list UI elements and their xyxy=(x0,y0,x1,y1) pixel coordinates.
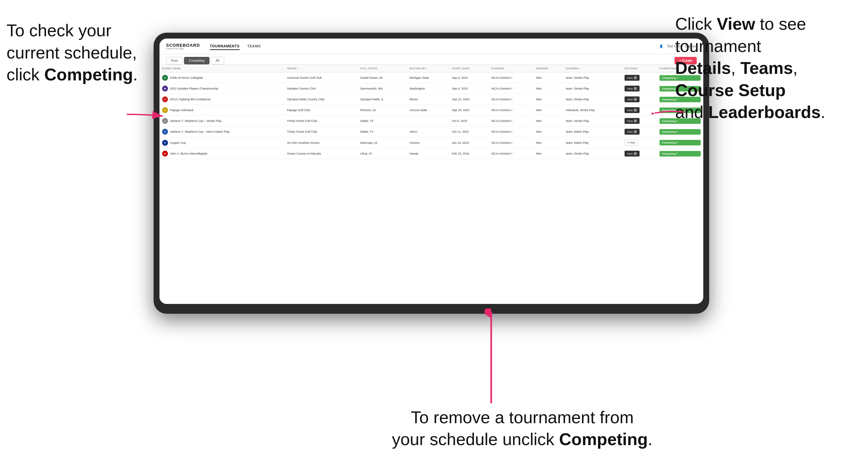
event-name: Folds of Honor Collegiate xyxy=(170,76,203,80)
venue-cell: Trinity Forest Golf Club xyxy=(284,126,358,137)
team-logo: H xyxy=(162,151,168,157)
table-header-row: EVENT NAME VENUE CITY, STATE HOSTED BY S… xyxy=(159,65,703,72)
col-actions: ACTIONS xyxy=(622,65,657,72)
event-name-cell: JJackson T. Stephens Cup – Stroke Play xyxy=(159,116,284,126)
scoreboard-powered: Powered by clippi xyxy=(166,48,200,50)
gender-cell: Men xyxy=(533,105,563,116)
view-button[interactable]: View i xyxy=(624,75,640,81)
city-state-cell: Sammamish, WA xyxy=(358,83,407,94)
actions-cell: View i xyxy=(622,94,657,105)
start-date-cell: Sep 18, 2023 xyxy=(450,105,489,116)
event-name: Jackson T. Stephens Cup – Men's Match Pl… xyxy=(170,130,230,133)
nav-items: TOURNAMENTS TEAMS xyxy=(210,43,659,50)
competing-cell: Competing ✓ xyxy=(657,148,704,159)
event-name-cell: IOFCC Fighting Illini Invitational xyxy=(159,94,284,105)
arrow-to-competing-tab xyxy=(127,106,169,123)
tablet-screen: SCOREBOARD Powered by clippi TOURNAMENTS… xyxy=(159,38,703,304)
annotation-bottom: To remove a tournament fromyour schedule… xyxy=(375,407,669,451)
city-state-cell: Grand Haven, MI xyxy=(358,72,407,83)
table-row: JJackson T. Stephens Cup – Stroke PlayTr… xyxy=(159,116,703,126)
table-row: PPapago IndividualPapago Golf ClubPhoeni… xyxy=(159,105,703,116)
team-logo: S xyxy=(162,75,168,81)
scoring-cell: team, Stroke Play xyxy=(563,83,622,94)
venue-cell: Olympia Fields Country Club xyxy=(284,94,358,105)
info-icon: i xyxy=(634,108,637,112)
nav-item-tournaments[interactable]: TOURNAMENTS xyxy=(210,43,240,50)
tab-competing[interactable]: Competing xyxy=(184,57,210,64)
division-cell: NCAA Division I xyxy=(489,116,533,126)
city-state-cell: Olympia Fields, IL xyxy=(358,94,407,105)
division-cell: NCAA Division I xyxy=(489,126,533,137)
event-name-cell: PPapago Individual xyxy=(159,105,284,116)
user-icon: 👤 xyxy=(659,44,663,48)
city-state-cell: Dallas, TX xyxy=(358,116,407,126)
tournaments-table: EVENT NAME VENUE CITY, STATE HOSTED BY S… xyxy=(159,65,703,159)
info-icon: i xyxy=(634,152,637,155)
event-name-cell: HJohn A. Burns Intercollegiate xyxy=(159,148,284,159)
actions-cell: View i xyxy=(622,126,657,137)
col-start-date: START DATE xyxy=(450,65,489,72)
info-icon: i xyxy=(634,87,637,90)
view-button[interactable]: View i xyxy=(624,96,640,102)
actions-cell: View i xyxy=(622,72,657,83)
info-icon: i xyxy=(634,119,637,123)
competing-badge[interactable]: Competing ✓ xyxy=(659,151,701,157)
scoring-cell: individual, Stroke Play xyxy=(563,105,622,116)
hosted-by-cell: ABAC xyxy=(407,126,450,137)
division-cell: NCAA Division I xyxy=(489,137,533,148)
gender-cell: Men xyxy=(533,83,563,94)
competing-badge[interactable]: Competing ✓ xyxy=(659,129,701,135)
gender-cell: Men xyxy=(533,72,563,83)
hosted-by-cell: Michigan State xyxy=(407,72,450,83)
arrow-to-competing-col xyxy=(652,104,684,120)
scoring-cell: team, Stroke Play xyxy=(563,72,622,83)
view-button[interactable]: View i xyxy=(624,118,640,124)
hosted-by-cell: Washington xyxy=(407,83,450,94)
annotation-top-right: Click View to seetournamentDetails, Team… xyxy=(675,13,858,124)
col-venue: VENUE xyxy=(284,65,358,72)
view-button[interactable]: View i xyxy=(624,86,640,92)
table-row: IOFCC Fighting Illini InvitationalOlympi… xyxy=(159,94,703,105)
event-name: 2023 Sahalee Players Championship xyxy=(170,87,218,90)
hosted-by-cell: Hawaii xyxy=(407,148,450,159)
start-date-cell: Feb 15, 2024 xyxy=(450,148,489,159)
team-logo: J xyxy=(162,129,168,135)
competing-badge[interactable]: Competing ✓ xyxy=(659,140,701,146)
table-row: JJackson T. Stephens Cup – Men's Match P… xyxy=(159,126,703,137)
competing-cell: Competing ✓ xyxy=(657,126,704,137)
start-date-cell: Sep 15, 2023 xyxy=(450,94,489,105)
hosted-by-cell: Illinois xyxy=(407,94,450,105)
col-hosted-by: HOSTED BY xyxy=(407,65,450,72)
start-date-cell: Sep 4, 2023 xyxy=(450,72,489,83)
gender-cell: Men xyxy=(533,116,563,126)
event-name: Jackson T. Stephens Cup – Stroke Play xyxy=(170,119,222,123)
col-gender: GENDER xyxy=(533,65,563,72)
venue-cell: Ocean Course At Hokuala xyxy=(284,148,358,159)
table-container: EVENT NAME VENUE CITY, STATE HOSTED BY S… xyxy=(159,65,703,304)
tab-all[interactable]: All xyxy=(211,57,224,64)
nav-item-teams[interactable]: TEAMS xyxy=(247,43,261,50)
view-button[interactable]: View i xyxy=(624,107,640,113)
table-row: HJohn A. Burns IntercollegiateOcean Cour… xyxy=(159,148,703,159)
tab-host[interactable]: Host xyxy=(166,57,183,64)
start-date-cell: Oct 11, 2023 xyxy=(450,126,489,137)
gender-cell: Men xyxy=(533,137,563,148)
division-cell: NCAA Division I xyxy=(489,148,533,159)
division-cell: NCAA Division I xyxy=(489,105,533,116)
view-button[interactable]: View i xyxy=(624,151,640,157)
city-state-cell: Phoenix, AZ xyxy=(358,105,407,116)
sub-nav: Host Competing All + Create xyxy=(159,54,703,65)
venue-cell: Sahalee Country Club xyxy=(284,83,358,94)
scoreboard-brand: SCOREBOARD Powered by clippi xyxy=(166,43,200,50)
col-scoring: SCORING xyxy=(563,65,622,72)
view-button[interactable]: View i xyxy=(624,129,640,135)
event-name-cell: JJackson T. Stephens Cup – Men's Match P… xyxy=(159,126,284,137)
venue-cell: Papago Golf Club xyxy=(284,105,358,116)
start-date-cell: Jan 14, 2024 xyxy=(450,137,489,148)
venue-cell: American Dunes Golf Club xyxy=(284,72,358,83)
edit-button[interactable]: ✏ Edit xyxy=(624,139,638,146)
team-logo: I xyxy=(162,96,168,102)
hosted-by-cell: Arizona State xyxy=(407,105,450,116)
team-logo: W xyxy=(162,86,168,92)
tab-group: Host Competing All xyxy=(166,57,224,64)
